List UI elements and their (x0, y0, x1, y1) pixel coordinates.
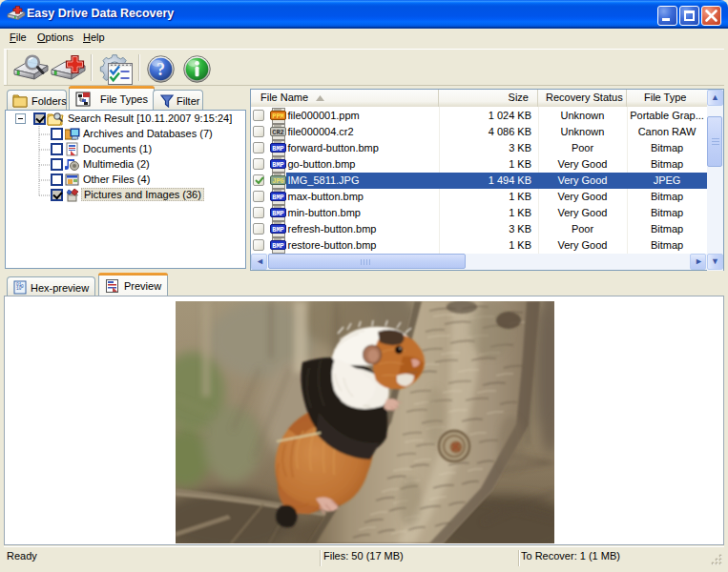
svg-text:?: ? (156, 60, 165, 79)
svg-text:0: 0 (21, 284, 24, 289)
